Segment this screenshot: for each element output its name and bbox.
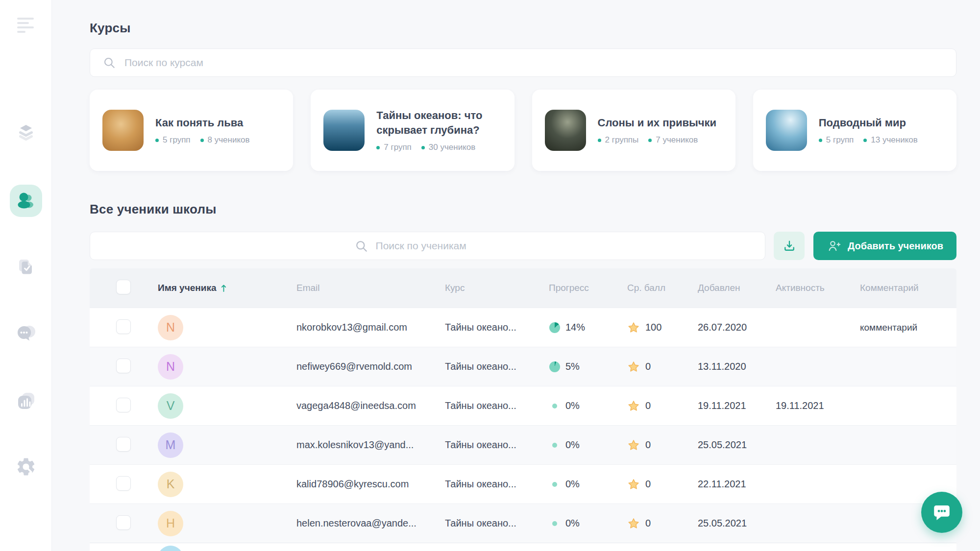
bullet-dot-icon xyxy=(155,139,159,142)
row-checkbox[interactable] xyxy=(116,515,131,530)
course-groups-count: 2 группы xyxy=(598,135,639,145)
sidebar-item-homework[interactable] xyxy=(16,257,36,277)
progress-cell: 0% xyxy=(549,518,627,529)
course-thumbnail-lion xyxy=(102,110,144,151)
course-groups-count-label: 5 групп xyxy=(826,135,854,145)
score-value: 0 xyxy=(645,361,651,372)
course-card[interactable]: Подводный мир5 групп13 учеников xyxy=(753,90,956,171)
row-checkbox[interactable] xyxy=(116,398,131,412)
name-cell: N xyxy=(158,315,296,340)
add-students-button[interactable]: Добавить учеников xyxy=(813,232,956,260)
course-stats: 5 групп8 учеников xyxy=(155,135,250,145)
add-students-button-label: Добавить учеников xyxy=(848,240,943,252)
checkbox-cell xyxy=(90,515,158,532)
students-section-title: Все ученики школы xyxy=(90,202,217,217)
course-card-body: Как понять льва5 групп8 учеников xyxy=(155,116,250,145)
sidebar-item-analytics[interactable] xyxy=(16,390,36,411)
row-checkbox[interactable] xyxy=(116,359,131,373)
courses-search-input[interactable] xyxy=(124,57,956,69)
email-cell: vagega4848@ineedsa.com xyxy=(296,400,445,411)
score-cell: 0 xyxy=(627,517,698,530)
course-groups-count-label: 7 групп xyxy=(384,143,412,152)
score-value: 0 xyxy=(645,518,651,529)
progress-value: 0% xyxy=(565,439,580,451)
bullet-dot-icon xyxy=(648,139,652,142)
table-row[interactable]: Mmax.kolesnikov13@yand...Тайны океано...… xyxy=(90,425,956,464)
course-cell: Тайны океано... xyxy=(445,361,549,372)
progress-icon-wrap xyxy=(549,404,560,408)
course-students-count: 13 учеников xyxy=(863,135,917,145)
progress-dot-icon xyxy=(552,521,557,526)
column-header-score: Ср. балл xyxy=(627,283,698,293)
course-card-body: Подводный мир5 групп13 учеников xyxy=(819,116,918,145)
main-content: Курсы Как понять льва5 групп8 учениковТа… xyxy=(52,0,980,551)
students-search-input[interactable] xyxy=(376,240,501,252)
course-cell: Тайны океано... xyxy=(445,322,549,333)
table-row-partial xyxy=(90,543,956,551)
course-stats: 5 групп13 учеников xyxy=(819,135,918,145)
table-row[interactable]: Vvagega4848@ineedsa.comТайны океано...0%… xyxy=(90,386,956,425)
row-checkbox[interactable] xyxy=(116,476,131,491)
chat-icon xyxy=(16,324,36,344)
course-cell: Тайны океано... xyxy=(445,400,549,411)
added-date-cell: 26.07.2020 xyxy=(698,322,776,333)
email-cell: kalid78906@kyrescu.com xyxy=(296,479,445,490)
score-cell: 0 xyxy=(627,400,698,412)
hamburger-icon xyxy=(17,18,34,20)
added-date-cell: 25.05.2021 xyxy=(698,439,776,451)
avatar: M xyxy=(158,432,183,458)
course-groups-count-label: 2 группы xyxy=(605,135,639,145)
score-cell: 0 xyxy=(627,478,698,491)
star-icon xyxy=(627,517,640,530)
score-value: 0 xyxy=(645,400,651,411)
table-row[interactable]: Kkalid78906@kyrescu.comТайны океано...0%… xyxy=(90,464,956,503)
course-card[interactable]: Как понять льва5 групп8 учеников xyxy=(90,90,293,171)
activity-date-cell: 19.11.2021 xyxy=(776,400,860,411)
progress-pie-icon xyxy=(549,322,560,333)
column-header-name[interactable]: Имя ученика xyxy=(158,283,296,293)
table-row[interactable]: Nnefiwey669@rvemold.comТайны океано...5%… xyxy=(90,347,956,386)
course-thumbnail-underwater xyxy=(766,110,807,151)
progress-cell: 0% xyxy=(549,400,627,411)
course-stats: 2 группы7 учеников xyxy=(598,135,717,145)
avatar: N xyxy=(158,354,183,380)
star-icon xyxy=(627,321,640,334)
course-cell: Тайны океано... xyxy=(445,479,549,490)
course-title: Тайны океанов: что скрывает глубина? xyxy=(376,108,502,137)
course-card-body: Тайны океанов: что скрывает глубина?7 гр… xyxy=(376,108,502,152)
table-row[interactable]: Hhelen.nesterovaa@yande...Тайны океано..… xyxy=(90,503,956,543)
row-checkbox[interactable] xyxy=(116,319,131,334)
bullet-dot-icon xyxy=(598,139,601,142)
name-cell: H xyxy=(158,511,296,536)
score-cell: 100 xyxy=(627,321,698,334)
sidebar-item-settings[interactable] xyxy=(15,456,37,478)
person-plus-icon xyxy=(827,239,841,253)
course-thumbnail-elephant xyxy=(545,110,586,151)
export-button[interactable] xyxy=(774,232,805,260)
course-cards: Как понять льва5 групп8 учениковТайны ок… xyxy=(90,90,956,171)
progress-value: 0% xyxy=(565,400,580,411)
comment-cell: комментарий xyxy=(860,322,956,333)
bullet-dot-icon xyxy=(421,146,425,149)
menu-toggle-button[interactable] xyxy=(17,18,35,33)
row-checkbox[interactable] xyxy=(116,437,131,452)
sidebar-item-courses[interactable] xyxy=(16,122,36,143)
chat-fab[interactable] xyxy=(921,492,962,533)
column-header-comment: Комментарий xyxy=(860,283,956,293)
course-title: Подводный мир xyxy=(819,116,918,130)
course-card[interactable]: Тайны океанов: что скрывает глубина?7 гр… xyxy=(311,90,514,171)
sidebar-item-messages[interactable] xyxy=(16,324,36,344)
email-cell: helen.nesterovaa@yande... xyxy=(296,518,445,529)
column-header-course: Курс xyxy=(445,283,549,293)
score-value: 100 xyxy=(645,322,662,333)
progress-dot-icon xyxy=(552,443,557,448)
name-cell: M xyxy=(158,432,296,458)
course-title: Слоны и их привычки xyxy=(598,116,717,130)
course-cell: Тайны океано... xyxy=(445,518,549,529)
course-card[interactable]: Слоны и их привычки2 группы7 учеников xyxy=(532,90,735,171)
layers-icon xyxy=(16,122,36,143)
course-groups-count: 5 групп xyxy=(155,135,191,145)
select-all-checkbox[interactable] xyxy=(116,280,131,294)
table-row[interactable]: Nnkorobkov13@gmail.comТайны океано...14%… xyxy=(90,308,956,347)
sidebar-item-students[interactable] xyxy=(10,185,42,217)
